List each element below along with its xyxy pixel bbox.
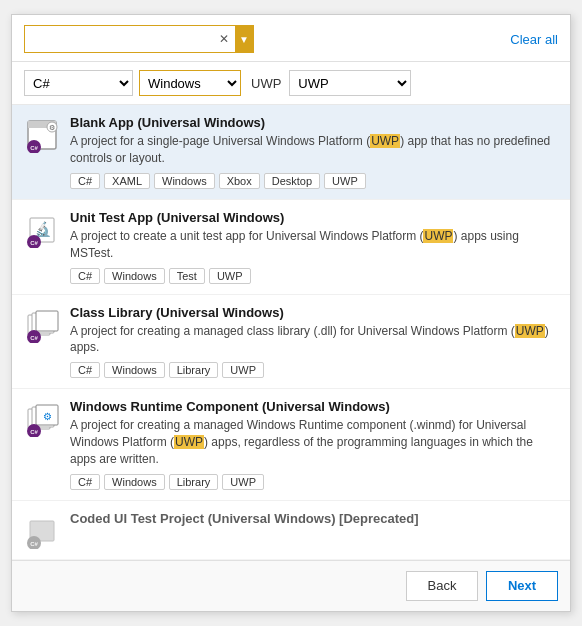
project-type-filter[interactable]: UWP All project types Desktop Web Test	[289, 70, 411, 96]
svg-text:⚙: ⚙	[49, 124, 55, 131]
tag-library2: Library	[169, 474, 219, 490]
search-box[interactable]: UWP ✕ ▼	[24, 25, 254, 53]
unit-test-icon: 🔬 C#	[24, 212, 60, 248]
project-type-label: UWP	[251, 76, 281, 91]
search-input[interactable]: UWP	[33, 32, 215, 47]
platform-filter[interactable]: Windows All platforms Linux macOS	[139, 70, 241, 96]
tag-library: Library	[169, 362, 219, 378]
coded-ui-icon: C#	[24, 513, 60, 549]
svg-text:C#: C#	[30, 335, 38, 341]
tag-cs: C#	[70, 173, 100, 189]
tag-uwp3: UWP	[222, 362, 264, 378]
coded-ui-info: Coded UI Test Project (Universal Windows…	[70, 511, 558, 529]
tag-cs3: C#	[70, 362, 100, 378]
class-library-title: Class Library (Universal Windows)	[70, 305, 558, 320]
dialog-footer: Back Next	[12, 560, 570, 611]
winrt-info: Windows Runtime Component (Universal Win…	[70, 399, 558, 489]
class-library-info: Class Library (Universal Windows) A proj…	[70, 305, 558, 379]
language-filter[interactable]: C# All languages VB F# C++	[24, 70, 133, 96]
tag-uwp2: UWP	[209, 268, 251, 284]
tag-test: Test	[169, 268, 205, 284]
class-library-tags: C# Windows Library UWP	[70, 362, 558, 378]
next-button[interactable]: Next	[486, 571, 558, 601]
project-item-blank-app[interactable]: C# ⚙ Blank App (Universal Windows) A pro…	[12, 105, 570, 200]
clear-all-button[interactable]: Clear all	[510, 32, 558, 47]
svg-text:C#: C#	[30, 429, 38, 435]
tag-windows2: Windows	[104, 268, 165, 284]
unit-test-info: Unit Test App (Universal Windows) A proj…	[70, 210, 558, 284]
winrt-icon: ⚙ C#	[24, 401, 60, 437]
project-item-winrt[interactable]: ⚙ C# Windows Runtime Component (Universa…	[12, 389, 570, 500]
project-item-class-library[interactable]: C# Class Library (Universal Windows) A p…	[12, 295, 570, 390]
winrt-highlight: UWP	[174, 435, 204, 449]
tag-xbox: Xbox	[219, 173, 260, 189]
class-library-highlight: UWP	[515, 324, 545, 338]
top-bar: UWP ✕ ▼ Clear all	[12, 15, 570, 62]
class-library-desc: A project for creating a managed class l…	[70, 323, 558, 357]
project-list: C# ⚙ Blank App (Universal Windows) A pro…	[12, 105, 570, 559]
tag-uwp: UWP	[324, 173, 366, 189]
svg-text:C#: C#	[30, 240, 38, 246]
search-clear-button[interactable]: ✕	[215, 30, 233, 48]
unit-test-title: Unit Test App (Universal Windows)	[70, 210, 558, 225]
tag-cs2: C#	[70, 268, 100, 284]
new-project-dialog: UWP ✕ ▼ Clear all C# All languages VB F#…	[11, 14, 571, 611]
winrt-desc: A project for creating a managed Windows…	[70, 417, 558, 467]
blank-app-tags: C# XAML Windows Xbox Desktop UWP	[70, 173, 558, 189]
coded-ui-title: Coded UI Test Project (Universal Windows…	[70, 511, 558, 526]
svg-text:C#: C#	[30, 541, 38, 547]
svg-rect-13	[36, 311, 58, 331]
tag-windows4: Windows	[104, 474, 165, 490]
winrt-title: Windows Runtime Component (Universal Win…	[70, 399, 558, 414]
unit-test-tags: C# Windows Test UWP	[70, 268, 558, 284]
winrt-tags: C# Windows Library UWP	[70, 474, 558, 490]
project-item-coded-ui[interactable]: C# Coded UI Test Project (Universal Wind…	[12, 501, 570, 560]
class-library-icon: C#	[24, 307, 60, 343]
filter-row: C# All languages VB F# C++ Windows All p…	[12, 62, 570, 105]
back-button[interactable]: Back	[406, 571, 478, 601]
tag-xaml: XAML	[104, 173, 150, 189]
tag-desktop: Desktop	[264, 173, 320, 189]
blank-app-desc: A project for a single-page Universal Wi…	[70, 133, 558, 167]
search-dropdown-button[interactable]: ▼	[235, 25, 253, 53]
blank-app-highlight: UWP	[370, 134, 400, 148]
svg-text:C#: C#	[30, 145, 38, 151]
unit-test-desc: A project to create a unit test app for …	[70, 228, 558, 262]
blank-app-title: Blank App (Universal Windows)	[70, 115, 558, 130]
blank-app-icon: C# ⚙	[24, 117, 60, 153]
blank-app-info: Blank App (Universal Windows) A project …	[70, 115, 558, 189]
project-item-unit-test[interactable]: 🔬 C# Unit Test App (Universal Windows) A…	[12, 200, 570, 295]
svg-text:⚙: ⚙	[43, 411, 52, 422]
unit-test-highlight: UWP	[423, 229, 453, 243]
tag-windows: Windows	[154, 173, 215, 189]
tag-windows3: Windows	[104, 362, 165, 378]
tag-uwp4: UWP	[222, 474, 264, 490]
tag-cs4: C#	[70, 474, 100, 490]
